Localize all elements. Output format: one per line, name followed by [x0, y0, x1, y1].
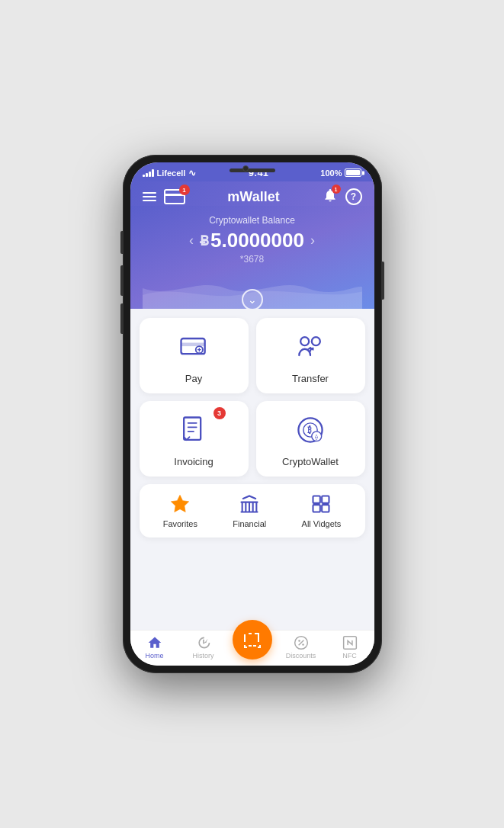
- pay-icon: [177, 330, 210, 367]
- menu-button[interactable]: [143, 192, 156, 201]
- prev-wallet-button[interactable]: ‹: [189, 233, 194, 249]
- star-icon: [169, 493, 191, 515]
- cryptowallet-label: CryptoWallet: [282, 456, 339, 467]
- currency-symbol: Ƀ: [200, 233, 209, 249]
- nav-home[interactable]: Home: [130, 635, 179, 660]
- svg-point-17: [298, 640, 300, 642]
- phone-screen: Lifecell ∿ 9:41 100%: [130, 162, 374, 666]
- svg-rect-1: [181, 343, 205, 347]
- notifications-button[interactable]: 1: [323, 188, 338, 206]
- favorites-widget[interactable]: Favorites: [163, 493, 197, 528]
- nav-nfc[interactable]: NFC: [326, 635, 374, 660]
- bottom-nav: Home History: [130, 630, 374, 666]
- discount-icon: [294, 635, 309, 650]
- phone-frame: Lifecell ∿ 9:41 100%: [123, 155, 382, 673]
- wifi-icon: ∿: [188, 168, 196, 178]
- actions-row-2: 3 Invoicing: [140, 401, 365, 477]
- nfc-icon: [342, 635, 358, 650]
- status-right: 100%: [320, 168, 361, 178]
- battery-fill: [346, 170, 360, 175]
- clock-icon: [196, 635, 211, 650]
- speaker: [230, 168, 275, 172]
- camera: [242, 165, 249, 172]
- nav-discounts-label: Discounts: [286, 652, 316, 660]
- balance-section: Cryptowallet Balance ‹ Ƀ 5.0000000 › *36…: [130, 206, 374, 309]
- invoicing-icon: [177, 413, 210, 450]
- nav-history-label: History: [192, 652, 213, 660]
- svg-point-3: [300, 337, 309, 345]
- nav-history[interactable]: History: [179, 635, 228, 660]
- account-mask: *3678: [143, 254, 362, 265]
- main-content: Pay Transfer: [130, 309, 374, 630]
- balance-value: 5.0000000: [210, 229, 304, 252]
- wave-container: ⌄: [143, 271, 362, 309]
- pay-button[interactable]: Pay: [140, 318, 249, 393]
- cryptowallet-icon: ₿ ⟠: [294, 413, 327, 450]
- home-icon: [147, 635, 162, 650]
- svg-rect-13: [313, 505, 320, 512]
- scan-icon: [243, 631, 262, 649]
- transfer-label: Transfer: [292, 373, 329, 384]
- invoicing-badge: 3: [213, 407, 226, 419]
- app-header: 1 mWallet 1 ?: [130, 181, 374, 206]
- bank-icon: [239, 493, 260, 515]
- carrier-label: Lifecell: [157, 168, 186, 178]
- volume-down-button: [120, 303, 124, 334]
- help-button[interactable]: ?: [345, 188, 362, 205]
- widgets-row: Favorites Financial All Vidgets: [140, 484, 365, 538]
- pay-label: Pay: [185, 373, 202, 384]
- battery-icon: [345, 168, 361, 177]
- header-right: 1 ?: [323, 188, 362, 206]
- header-row: 1 mWallet 1 ?: [143, 188, 362, 206]
- svg-point-4: [312, 337, 320, 345]
- cryptowallet-button[interactable]: ₿ ⟠ CryptoWallet: [256, 401, 365, 477]
- all-vidgets-label: All Vidgets: [302, 519, 342, 528]
- bell-badge: 1: [332, 185, 341, 194]
- nav-discounts[interactable]: Discounts: [277, 635, 326, 660]
- svg-text:⟠: ⟠: [315, 434, 318, 441]
- signal-icon: [143, 169, 154, 177]
- balance-row: ‹ Ƀ 5.0000000 ›: [143, 229, 362, 252]
- favorites-label: Favorites: [163, 519, 197, 528]
- scan-button[interactable]: [233, 620, 272, 660]
- expand-button[interactable]: ⌄: [242, 289, 263, 309]
- power-button: [381, 262, 384, 300]
- actions-row-1: Pay Transfer: [140, 318, 365, 393]
- card-badge: 1: [179, 185, 190, 195]
- volume-up-button: [120, 265, 124, 296]
- next-wallet-button[interactable]: ›: [310, 233, 315, 249]
- svg-rect-5: [184, 418, 201, 440]
- nav-home-label: Home: [145, 652, 163, 660]
- invoicing-button[interactable]: 3 Invoicing: [140, 401, 249, 477]
- transfer-icon: [294, 330, 327, 367]
- invoicing-label: Invoicing: [174, 456, 213, 467]
- header-left: 1: [143, 189, 185, 204]
- balance-label: Cryptowallet Balance: [143, 215, 362, 226]
- svg-rect-11: [313, 496, 320, 503]
- svg-rect-12: [323, 496, 329, 503]
- grid-icon: [310, 493, 332, 515]
- silent-button: [120, 231, 124, 254]
- nav-nfc-label: NFC: [342, 652, 357, 660]
- svg-point-18: [302, 643, 304, 646]
- transfer-button[interactable]: Transfer: [256, 318, 365, 393]
- svg-text:₿: ₿: [307, 425, 312, 435]
- card-button[interactable]: 1: [164, 189, 185, 204]
- all-vidgets-widget[interactable]: All Vidgets: [302, 493, 342, 528]
- status-left: Lifecell ∿: [143, 168, 197, 178]
- balance-amount: Ƀ 5.0000000: [200, 229, 304, 252]
- battery-percent: 100%: [320, 168, 342, 178]
- financial-widget[interactable]: Financial: [233, 493, 266, 528]
- scan-button-wrapper: [228, 635, 277, 660]
- financial-label: Financial: [233, 519, 266, 528]
- app-title: mWallet: [227, 189, 279, 205]
- svg-rect-14: [323, 505, 329, 512]
